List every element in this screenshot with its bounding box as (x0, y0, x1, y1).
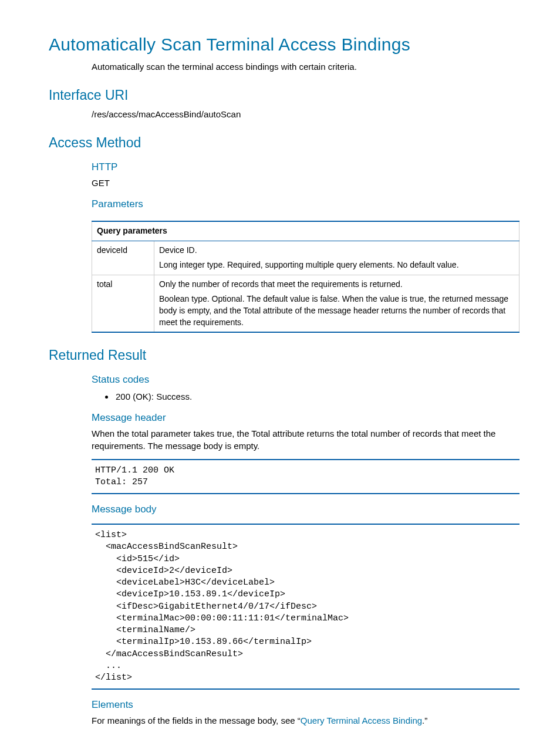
section-returned-result: Returned Result (49, 346, 520, 364)
table-row: total Only the number of records that me… (92, 275, 519, 332)
query-parameters-table: Query parameters deviceId Device ID. Lon… (92, 221, 519, 333)
param-desc: Only the number of records that meet the… (154, 275, 519, 332)
page-intro: Automatically scan the terminal access b… (92, 60, 520, 73)
message-body-heading: Message body (92, 502, 520, 517)
message-header-text: When the total parameter takes true, the… (92, 427, 520, 452)
message-header-heading: Message header (92, 411, 520, 425)
param-name: deviceId (92, 241, 154, 275)
http-heading: HTTP (92, 160, 520, 174)
status-codes-heading: Status codes (92, 373, 520, 387)
table-row: deviceId Device ID. Long integer type. R… (92, 241, 519, 275)
elements-heading: Elements (92, 698, 520, 712)
section-access-method: Access Method (49, 133, 520, 152)
elements-text: For meanings of the fields in the messag… (92, 714, 520, 727)
message-body-code: <list> <macAccessBindScanResult> <id>515… (92, 524, 519, 690)
param-name: total (92, 275, 154, 332)
parameters-heading: Parameters (92, 197, 520, 211)
param-desc: Device ID. Long integer type. Required, … (154, 241, 519, 275)
list-item: 200 (OK): Success. (114, 390, 520, 403)
section-interface-uri: Interface URI (49, 86, 520, 104)
interface-uri-value: /res/access/macAccessBind/autoScan (92, 108, 520, 120)
table-header: Query parameters (92, 221, 519, 241)
message-header-code: HTTP/1.1 200 OK Total: 257 (92, 459, 519, 495)
status-codes-list: 200 (OK): Success. (114, 390, 520, 403)
http-value: GET (92, 177, 520, 189)
page-title: Automatically Scan Terminal Access Bindi… (49, 32, 520, 57)
elements-link[interactable]: Query Terminal Access Binding (301, 715, 422, 725)
